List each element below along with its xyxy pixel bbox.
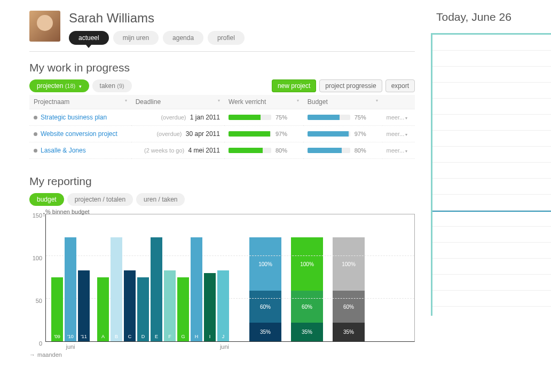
user-name: Sarah Williams (69, 11, 415, 26)
reporting-pill-row: budgetprojecten / totalenuren / taken (29, 195, 415, 203)
calendar-row[interactable] (432, 291, 551, 307)
header: Sarah Williams actueelmijn urenagendapro… (29, 11, 415, 45)
table-row: Strategic business plan(overdue) 1 jan 2… (29, 109, 415, 126)
table-row: Lasalle & Jones(2 weeks to go) 4 mei 201… (29, 142, 415, 159)
stacked-bar: 100%60%35% (249, 237, 281, 341)
tab-mijn-uren[interactable]: mijn uren (113, 31, 159, 45)
chart-bar: E (151, 237, 162, 341)
calendar-row[interactable] (432, 179, 551, 195)
status-dot (34, 132, 37, 136)
calendar-row[interactable] (432, 147, 551, 163)
more-link[interactable]: meer...▾ (387, 114, 408, 121)
col-Budget[interactable]: Budget ▾ (303, 95, 382, 109)
btn-new-project[interactable]: new project (272, 79, 316, 92)
x-axis-label: →maanden (29, 351, 415, 358)
calendar-row[interactable] (432, 51, 551, 67)
avatar[interactable] (29, 11, 60, 42)
pill-taken[interactable]: taken (9) (92, 79, 132, 92)
col-actions[interactable] (382, 95, 415, 109)
more-link[interactable]: meer...▾ (387, 131, 408, 137)
btn-project-progressie[interactable]: project progressie (319, 79, 382, 92)
chart-bar: D (137, 277, 149, 341)
chart-bar: '11 (78, 270, 90, 341)
calendar-row[interactable] (432, 227, 551, 243)
status-dot (34, 149, 37, 153)
chart-bar: '10 (65, 237, 76, 341)
chart-bar: C (124, 270, 136, 341)
more-link[interactable]: meer...▾ (387, 147, 408, 154)
budget-chart: ↑ % binnen budget 050100150 '09'10'11jun… (29, 214, 415, 358)
project-link[interactable]: Lasalle & Jones (41, 147, 86, 154)
calendar-row[interactable] (432, 35, 551, 51)
calendar-row[interactable] (432, 99, 551, 115)
work-pill-row: projecten (18) ▾taken (9) new projectpro… (29, 82, 415, 90)
col-Werk verricht[interactable]: Werk verricht ▾ (224, 95, 303, 109)
tab-actueel[interactable]: actueel (69, 31, 109, 45)
tab-profiel[interactable]: profiel (208, 31, 245, 45)
report-pill-projecten-totalen[interactable]: projecten / totalen (67, 193, 133, 206)
status-dot (34, 116, 37, 119)
chart-bar: I (204, 273, 216, 341)
stacked-bar: 100%60%35% (291, 237, 323, 341)
calendar-row[interactable] (432, 163, 551, 179)
nav-tabs: actueelmijn urenagendaprofiel (69, 31, 415, 45)
chart-bar: A (97, 277, 109, 341)
calendar-row[interactable] (432, 67, 551, 83)
project-link[interactable]: Strategic business plan (41, 114, 107, 121)
calendar-row[interactable] (432, 259, 551, 275)
chart-bar: '09 (51, 277, 63, 341)
calendar-row[interactable] (432, 195, 551, 211)
report-pill-budget[interactable]: budget (29, 193, 64, 206)
tab-agenda[interactable]: agenda (163, 31, 203, 45)
work-section-title: My work in progress (29, 61, 415, 74)
col-Deadline[interactable]: Deadline ▾ (131, 95, 224, 109)
calendar-row[interactable] (432, 211, 551, 227)
chart-bar: J (217, 270, 229, 341)
header-rule (29, 51, 415, 52)
btn-export[interactable]: export (385, 79, 415, 92)
reporting-title: My reporting (29, 175, 415, 188)
report-pill-uren-taken[interactable]: uren / taken (136, 193, 185, 206)
calendar-row[interactable] (432, 83, 551, 99)
chart-bar: F (164, 270, 176, 341)
col-Projectnaam[interactable]: Projectnaam ▾ (29, 95, 131, 109)
chart-bar: H (191, 237, 202, 341)
calendar-row[interactable] (432, 131, 551, 147)
calendar-now-line (432, 211, 551, 212)
calendar-row[interactable] (432, 275, 551, 291)
chart-bar: B (111, 237, 122, 341)
stacked-bar: 100%60%35% (333, 237, 365, 341)
pill-projecten[interactable]: projecten (18) ▾ (29, 79, 89, 92)
calendar[interactable] (431, 33, 551, 316)
chart-bar: G (177, 277, 189, 341)
calendar-row[interactable] (432, 243, 551, 259)
table-row: Website conversion project(overdue) 30 a… (29, 126, 415, 142)
calendar-row[interactable] (432, 115, 551, 131)
today-title: Today, June 26 (436, 11, 551, 23)
project-link[interactable]: Website conversion project (41, 130, 117, 138)
projects-table: Projectnaam ▾Deadline ▾Werk verricht ▾Bu… (29, 95, 415, 159)
